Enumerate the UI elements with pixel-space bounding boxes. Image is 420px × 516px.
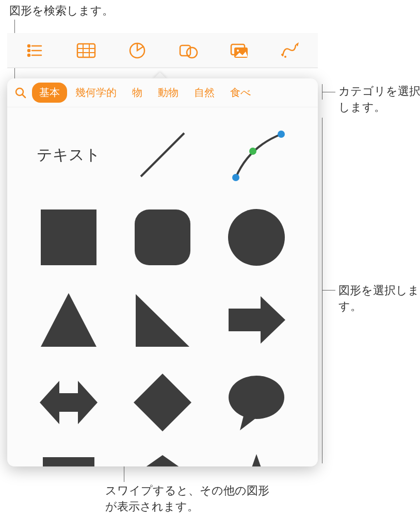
shape-pentagon[interactable] bbox=[131, 453, 195, 466]
callout-swipe-more: スワイプすると、その他の図形が表示されます。 bbox=[105, 483, 281, 515]
shape-rounded-square[interactable] bbox=[131, 205, 195, 269]
search-icon bbox=[14, 87, 27, 99]
svg-marker-35 bbox=[135, 455, 190, 466]
shape-right-triangle[interactable] bbox=[131, 288, 195, 352]
search-button[interactable] bbox=[10, 83, 31, 103]
svg-point-13 bbox=[187, 47, 197, 58]
category-tab-nature[interactable]: 自然 bbox=[187, 83, 222, 103]
category-tabs: 基本 幾何学的 物 動物 自然 食べ bbox=[7, 78, 318, 107]
svg-marker-30 bbox=[229, 296, 285, 344]
category-tab-geometric[interactable]: 幾何学的 bbox=[68, 83, 124, 103]
svg-marker-32 bbox=[134, 374, 191, 431]
callout-select-shape: 図形を選択します。 bbox=[338, 283, 420, 315]
svg-point-0 bbox=[28, 45, 30, 47]
svg-rect-6 bbox=[77, 44, 95, 57]
svg-point-27 bbox=[228, 209, 285, 266]
callout-line bbox=[322, 92, 335, 92]
shape-speech-bubble[interactable] bbox=[224, 370, 288, 434]
list-icon[interactable] bbox=[22, 38, 48, 63]
svg-point-18 bbox=[281, 54, 283, 56]
svg-rect-26 bbox=[135, 209, 190, 265]
svg-rect-25 bbox=[41, 209, 96, 265]
category-tab-animals[interactable]: 動物 bbox=[151, 83, 186, 103]
callout-tick bbox=[322, 118, 322, 463]
callout-line bbox=[322, 290, 335, 291]
callout-select-category: カテゴリを選択します。 bbox=[338, 84, 420, 116]
shapes-grid: テキスト bbox=[7, 107, 318, 466]
shape-diamond[interactable] bbox=[131, 370, 195, 434]
media-icon[interactable] bbox=[227, 38, 252, 63]
shape-square[interactable] bbox=[37, 205, 101, 269]
shape-arrow-right[interactable] bbox=[224, 288, 288, 352]
shape-star[interactable] bbox=[224, 453, 288, 466]
svg-line-21 bbox=[141, 133, 184, 176]
category-tab-food[interactable]: 食べ bbox=[223, 83, 253, 103]
svg-point-16 bbox=[237, 50, 239, 52]
shape-text-label: テキスト bbox=[37, 144, 101, 166]
svg-rect-12 bbox=[180, 45, 190, 56]
svg-point-17 bbox=[284, 56, 286, 58]
callout-search-shapes: 図形を検索します。 bbox=[9, 3, 114, 19]
shape-icon[interactable] bbox=[175, 38, 201, 63]
shape-line[interactable] bbox=[131, 123, 195, 187]
chart-icon[interactable] bbox=[124, 38, 150, 63]
svg-point-33 bbox=[229, 376, 284, 419]
svg-point-24 bbox=[249, 148, 256, 155]
shape-curve[interactable] bbox=[224, 123, 288, 187]
svg-marker-28 bbox=[41, 293, 96, 347]
svg-marker-31 bbox=[40, 381, 98, 424]
table-icon[interactable] bbox=[73, 38, 99, 63]
svg-point-4 bbox=[28, 54, 30, 56]
category-tab-basic[interactable]: 基本 bbox=[32, 83, 67, 103]
svg-line-20 bbox=[22, 94, 25, 98]
svg-point-22 bbox=[232, 174, 239, 181]
shape-circle[interactable] bbox=[224, 205, 288, 269]
shapes-popover: 基本 幾何学的 物 動物 自然 食べ テキスト bbox=[7, 78, 318, 466]
toolbar bbox=[7, 33, 318, 68]
svg-marker-29 bbox=[136, 294, 189, 347]
category-tab-objects[interactable]: 物 bbox=[125, 83, 150, 103]
svg-point-23 bbox=[278, 131, 285, 138]
svg-point-2 bbox=[28, 50, 30, 52]
shape-triangle[interactable] bbox=[37, 288, 101, 352]
shape-banner[interactable] bbox=[37, 453, 101, 466]
callout-tick bbox=[322, 84, 322, 100]
shape-double-arrow[interactable] bbox=[37, 370, 101, 434]
svg-marker-36 bbox=[227, 454, 286, 466]
draw-icon[interactable] bbox=[278, 38, 303, 63]
shape-text[interactable]: テキスト bbox=[37, 123, 101, 187]
